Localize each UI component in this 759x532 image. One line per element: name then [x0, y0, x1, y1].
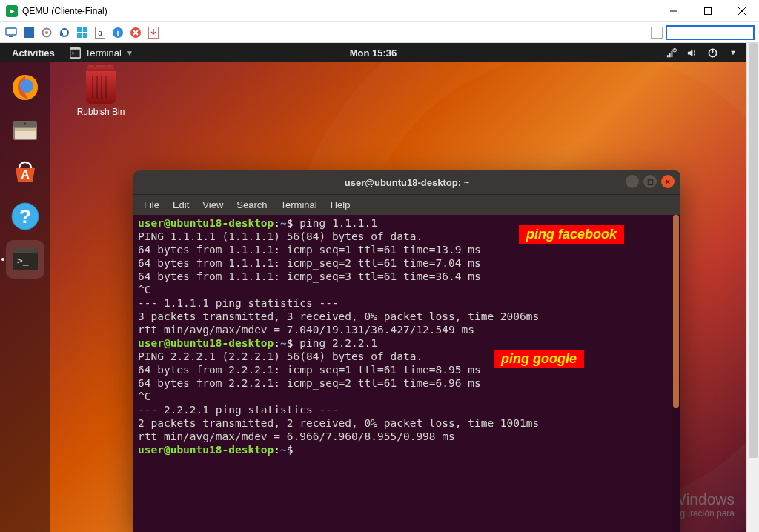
menu-terminal[interactable]: Terminal	[281, 199, 317, 210]
stop-icon[interactable]	[129, 26, 142, 39]
svg-text:?: ?	[673, 48, 675, 52]
windows-icon[interactable]	[76, 26, 89, 39]
host-titlebar: ▸ QEMU (Cliente-Final)	[0, 0, 759, 22]
qemu-icon: ▸	[6, 5, 18, 17]
svg-rect-33	[15, 128, 36, 131]
dock-firefox[interactable]	[6, 68, 44, 107]
info-icon[interactable]: i	[111, 26, 125, 39]
panel-clock[interactable]: Mon 15:36	[350, 47, 397, 59]
app-menu[interactable]: >_ Terminal ▼	[70, 47, 133, 59]
toolbar-box[interactable]	[651, 27, 663, 39]
terminal-menubar: File Edit View Search Terminal Help	[133, 194, 680, 215]
annotation-ping-facebook: ping facebook	[519, 225, 624, 244]
host-maximize-button[interactable]	[691, 0, 725, 22]
svg-rect-5	[9, 36, 13, 37]
terminal-scrollbar[interactable]	[672, 215, 680, 532]
dock-terminal[interactable]: >_	[6, 240, 44, 279]
host-scrollbar[interactable]	[746, 43, 759, 532]
refresh-icon[interactable]	[58, 26, 71, 39]
svg-point-29	[20, 79, 33, 93]
terminal-body[interactable]: user@ubuntu18-desktop:~$ ping 1.1.1.1 PI…	[133, 215, 680, 532]
dock: A ? >_	[0, 62, 50, 532]
dock-help[interactable]: ?	[6, 197, 44, 236]
doc-a-icon[interactable]: a	[93, 26, 107, 39]
svg-rect-6	[24, 27, 34, 38]
svg-text:>_: >_	[17, 255, 29, 266]
panel-tray[interactable]: ? ▼	[665, 47, 739, 59]
toolbar-input[interactable]	[666, 25, 755, 40]
power-icon	[706, 47, 718, 59]
terminal-minimize-button[interactable]: –	[626, 175, 639, 188]
rubbish-bin-label: Rubbish Bin	[71, 107, 130, 117]
guest-screen: Activities >_ Terminal ▼ Mon 15:36 ? ▼ A…	[0, 43, 746, 532]
menu-file[interactable]: File	[144, 199, 159, 210]
menu-help[interactable]: Help	[331, 199, 351, 210]
svg-text:?: ?	[19, 205, 31, 227]
settings-icon[interactable]	[40, 26, 53, 39]
terminal-icon: >_	[70, 47, 81, 59]
host-toolbar: a i	[0, 22, 759, 43]
volume-icon	[686, 47, 697, 59]
svg-rect-1	[705, 7, 712, 14]
terminal-title: user@ubuntu18-desktop: ~	[345, 177, 469, 188]
annotation-ping-google: ping google	[494, 350, 584, 368]
svg-rect-10	[83, 27, 87, 32]
menu-search[interactable]: Search	[236, 199, 267, 210]
svg-rect-9	[77, 27, 82, 32]
svg-text:a: a	[98, 29, 102, 37]
svg-text:>_: >_	[72, 50, 78, 56]
export-icon[interactable]	[147, 26, 160, 39]
svg-text:A: A	[21, 168, 30, 181]
fullscreen-icon[interactable]	[22, 26, 36, 39]
gnome-top-panel: Activities >_ Terminal ▼ Mon 15:36 ? ▼	[0, 43, 746, 62]
host-minimize-button[interactable]	[657, 0, 691, 22]
terminal-close-button[interactable]: ×	[661, 175, 675, 188]
network-icon: ?	[665, 47, 677, 59]
svg-rect-4	[6, 28, 16, 35]
menu-edit[interactable]: Edit	[173, 199, 189, 210]
menu-view[interactable]: View	[202, 199, 223, 210]
host-close-button[interactable]	[725, 0, 759, 22]
host-window-title: QEMU (Cliente-Final)	[22, 6, 107, 16]
dock-files[interactable]	[6, 111, 44, 150]
chevron-down-icon: ▼	[727, 47, 739, 59]
svg-point-8	[45, 31, 48, 34]
terminal-titlebar[interactable]: user@ubuntu18-desktop: ~ – ◻ ×	[133, 170, 680, 194]
activities-button[interactable]: Activities	[7, 46, 59, 60]
terminal-maximize-button[interactable]: ◻	[643, 175, 657, 188]
app-menu-label: Terminal	[85, 47, 122, 59]
svg-point-34	[24, 123, 27, 125]
svg-rect-40	[13, 248, 38, 253]
rubbish-bin[interactable]: Rubbish Bin	[71, 65, 130, 117]
monitor-icon[interactable]	[4, 26, 18, 39]
svg-text:i: i	[116, 28, 119, 37]
svg-rect-12	[83, 33, 87, 38]
chevron-down-icon: ▼	[126, 49, 133, 57]
svg-rect-11	[77, 33, 82, 38]
dock-software[interactable]: A	[6, 154, 44, 193]
trash-icon	[83, 65, 119, 104]
